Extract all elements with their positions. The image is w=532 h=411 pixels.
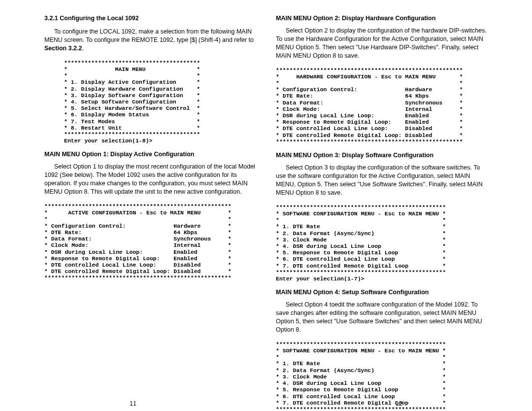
section-ref: Section 3.2.2 [44,45,82,52]
page-left: 3.2.1 Configuring the Local 1092 To conf… [0,0,266,411]
heading-option4: MAIN MENU Option 4: Setup Software Confi… [276,289,488,296]
software-configuration-menu-1-text: ****************************************… [276,204,488,282]
active-configuration-text: ****************************************… [44,203,256,281]
paragraph-option1: Select Option 1 to display the most rece… [44,163,256,196]
page-number-left: 11 [0,400,266,407]
paragraph-intro-text-b: . [82,45,83,52]
heading-option3: MAIN MENU Option 3: Display Software Con… [276,152,488,159]
paragraph-option4: Select Option 4 toedit the software conf… [276,301,488,334]
paragraph-option2: Select Option 2 to display the configura… [276,27,488,60]
main-menu-screen: ****************************************… [64,60,256,144]
section-heading-configuring-local-1092: 3.2.1 Configuring the Local 1092 [44,15,256,22]
software-configuration-menu-1: ****************************************… [276,204,488,282]
heading-option1: MAIN MENU Option 1: Display Active Confi… [44,151,256,158]
paragraph-intro-text-a: To configure the LOCAL 1092, make a sele… [44,28,254,43]
page-right: MAIN MENU Option 2: Display Hardware Con… [266,0,532,411]
page-number-right: 12 [266,400,532,407]
paragraph-option3: Select Option 3 to display the configura… [276,164,488,197]
page-spread: 3.2.1 Configuring the Local 1092 To conf… [0,0,532,411]
hardware-configuration-text: ****************************************… [276,67,488,145]
active-configuration-screen: ****************************************… [44,203,256,281]
paragraph-intro: To configure the LOCAL 1092, make a sele… [44,28,256,53]
heading-option2: MAIN MENU Option 2: Display Hardware Con… [276,15,488,22]
main-menu-text: ****************************************… [64,60,256,144]
hardware-configuration-screen: ****************************************… [276,67,488,145]
